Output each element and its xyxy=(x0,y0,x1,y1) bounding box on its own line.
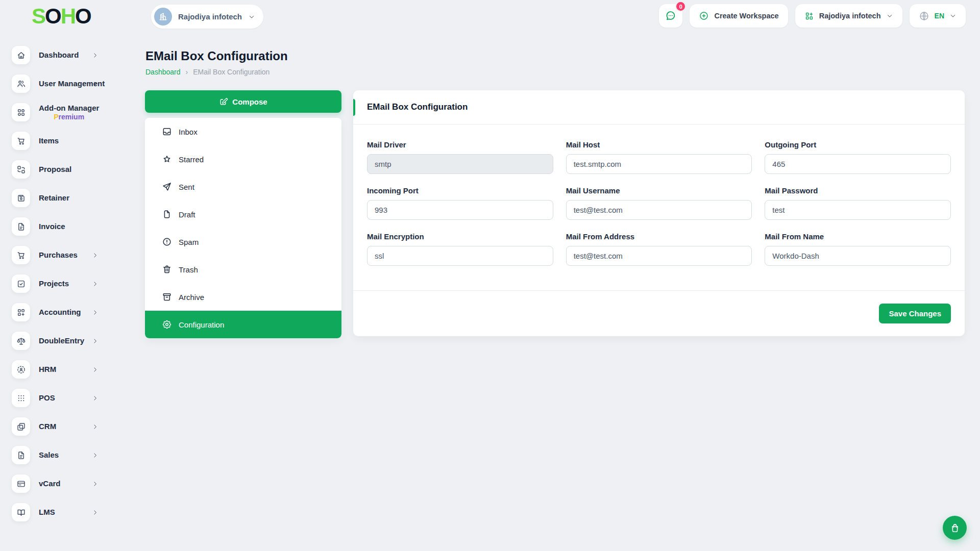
premium-badge: Premium xyxy=(39,113,99,121)
scale-icon xyxy=(12,332,30,350)
mail-host-input[interactable] xyxy=(566,154,752,174)
sidebar-item-vcard[interactable]: vCard xyxy=(0,469,125,498)
mail-item-label: Trash xyxy=(179,265,198,274)
field-label: Mail Driver xyxy=(367,140,553,149)
field-label: Mail Host xyxy=(566,140,752,149)
create-workspace-button[interactable]: Create Workspace xyxy=(690,4,788,28)
sidebar-item-proposal[interactable]: Proposal xyxy=(0,155,125,184)
mail-item-label: Spam xyxy=(179,238,199,246)
field-mail-from-name: Mail From Name xyxy=(765,232,951,266)
alert-circle-icon xyxy=(162,237,172,247)
mail-item-label: Draft xyxy=(179,210,195,219)
mail-item-starred[interactable]: Starred xyxy=(145,145,341,173)
field-mail-host: Mail Host xyxy=(566,140,752,174)
shopping-bag-icon xyxy=(949,522,961,534)
logo-letter: O xyxy=(45,4,61,28)
sidebar-item-label: Retainer xyxy=(39,193,69,202)
trash-icon xyxy=(162,264,172,274)
app-logo[interactable]: SOHO xyxy=(32,4,91,29)
sidebar-item-sales[interactable]: Sales xyxy=(0,441,125,469)
sidebar-item-projects[interactable]: Projects xyxy=(0,269,125,298)
users-icon xyxy=(12,74,30,93)
cart-icon xyxy=(12,132,30,150)
field-mail-username: Mail Username xyxy=(566,186,752,220)
chevron-right-icon xyxy=(92,366,99,373)
person-focus-icon xyxy=(12,360,30,379)
sidebar-item-label: POS xyxy=(39,393,55,402)
mail-item-spam[interactable]: Spam xyxy=(145,228,341,256)
mail-username-input[interactable] xyxy=(566,200,752,220)
chevron-down-icon xyxy=(949,12,957,19)
mail-item-trash[interactable]: Trash xyxy=(145,256,341,283)
marketplace-fab[interactable] xyxy=(943,516,967,540)
mail-item-label: Configuration xyxy=(179,320,224,329)
sidebar-item-accounting[interactable]: Accounting xyxy=(0,298,125,327)
chevron-right-icon xyxy=(92,81,99,87)
field-label: Mail Username xyxy=(566,186,752,195)
file-invoice-icon xyxy=(12,217,30,236)
field-mail-from-address: Mail From Address xyxy=(566,232,752,266)
email-config-card: EMail Box Configuration Mail Driver Mail… xyxy=(353,90,965,336)
sidebar-item-user-management[interactable]: User Management xyxy=(0,69,125,98)
mail-item-configuration[interactable]: Configuration xyxy=(145,311,341,338)
field-incoming-port: Incoming Port xyxy=(367,186,553,220)
sidebar-item-label: CRM xyxy=(39,422,56,431)
sidebar-item-retainer[interactable]: Retainer xyxy=(0,184,125,212)
compose-button[interactable]: Compose xyxy=(145,90,341,113)
breadcrumb-dashboard-link[interactable]: Dashboard xyxy=(145,68,181,76)
company-menu-label: Rajodiya infotech xyxy=(819,12,881,20)
create-workspace-label: Create Workspace xyxy=(714,12,778,20)
gear-icon xyxy=(162,319,172,330)
mail-from-address-input[interactable] xyxy=(566,246,752,266)
language-selector[interactable]: EN xyxy=(910,4,966,28)
incoming-port-input[interactable] xyxy=(367,200,553,220)
square-check-icon xyxy=(12,274,30,293)
sidebar-item-addon-manager[interactable]: Add-on Manager Premium xyxy=(0,98,125,127)
mail-driver-input[interactable] xyxy=(367,154,553,174)
cart-icon xyxy=(12,246,30,264)
field-label: Mail Encryption xyxy=(367,232,553,241)
outgoing-port-input[interactable] xyxy=(765,154,951,174)
sidebar-item-label: Sales xyxy=(39,450,59,459)
card-header: EMail Box Configuration xyxy=(353,90,965,124)
mailbox-panel: Compose Inbox Starred Sent Draft Spam Tr… xyxy=(145,90,341,338)
sidebar-item-lms[interactable]: LMS xyxy=(0,498,125,527)
field-label: Mail From Name xyxy=(765,232,951,241)
mail-password-input[interactable] xyxy=(765,200,951,220)
file-icon xyxy=(162,209,172,219)
mail-item-draft[interactable]: Draft xyxy=(145,201,341,228)
messenger-button[interactable]: 0 xyxy=(659,4,682,28)
language-code: EN xyxy=(935,12,944,20)
sidebar-item-label: HRM xyxy=(39,365,56,373)
chevron-right-icon xyxy=(92,481,99,487)
sidebar-item-hrm[interactable]: HRM xyxy=(0,355,125,384)
mail-item-inbox[interactable]: Inbox xyxy=(145,118,341,145)
field-label: Mail From Address xyxy=(566,232,752,241)
mail-from-name-input[interactable] xyxy=(765,246,951,266)
sidebar-item-label: Proposal xyxy=(39,165,71,173)
sidebar-item-invoice[interactable]: Invoice xyxy=(0,212,125,241)
email-config-form: Mail Driver Mail Host Outgoing Port Inco… xyxy=(353,124,965,290)
sidebar-item-doubleentry[interactable]: DoubleEntry xyxy=(0,327,125,355)
mail-item-label: Starred xyxy=(179,155,204,164)
company-menu[interactable]: Rajodiya infotech xyxy=(795,4,902,28)
sidebar-item-label: Items xyxy=(39,136,59,145)
sidebar-item-crm[interactable]: CRM xyxy=(0,412,125,441)
sidebar-item-label: LMS xyxy=(39,508,55,516)
sidebar-item-items[interactable]: Items xyxy=(0,127,125,155)
card-footer: Save Changes xyxy=(353,290,965,336)
mail-item-archive[interactable]: Archive xyxy=(145,283,341,311)
sidebar-item-label: Projects xyxy=(39,279,69,288)
workspace-selector[interactable]: Rajodiya infotech xyxy=(151,5,263,29)
send-icon xyxy=(162,182,172,192)
sidebar-item-label: Invoice xyxy=(39,222,65,231)
chevron-right-icon xyxy=(92,395,99,402)
breadcrumb-current: EMail Box Configuration xyxy=(193,68,270,76)
sidebar-item-pos[interactable]: POS xyxy=(0,384,125,412)
sidebar-item-purchases[interactable]: Purchases xyxy=(0,241,125,269)
mail-item-sent[interactable]: Sent xyxy=(145,173,341,201)
chevron-right-icon xyxy=(92,309,99,316)
mail-encryption-input[interactable] xyxy=(367,246,553,266)
save-changes-button[interactable]: Save Changes xyxy=(879,304,951,323)
sidebar-item-dashboard[interactable]: Dashboard xyxy=(0,41,125,69)
